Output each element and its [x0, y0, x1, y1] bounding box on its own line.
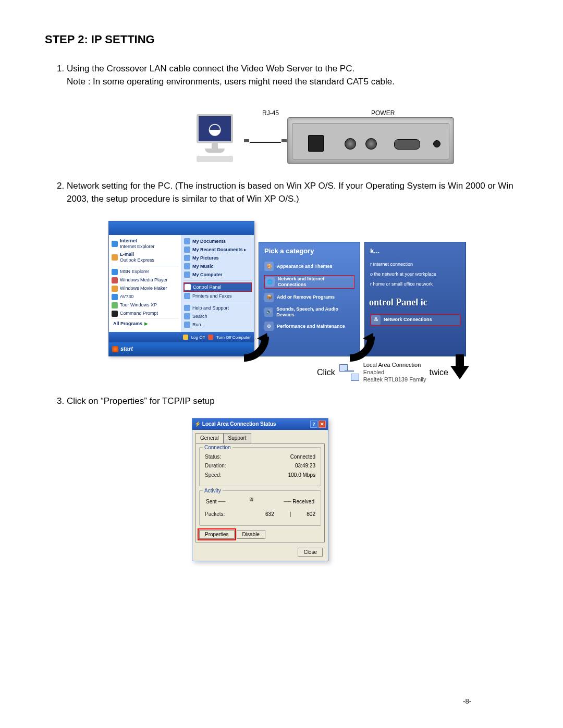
connection-group: Connection Status:Connected Duration:03:… [199, 447, 321, 487]
sm-email[interactable]: E-mailOutlook Express [111, 251, 179, 264]
step1-note: Note : In some operating environments, u… [67, 77, 395, 87]
start-menu: InternetInternet Explorer E-mailOutlook … [108, 221, 254, 356]
start-button[interactable]: start [109, 342, 254, 356]
sm-cmd[interactable]: Command Prompt [111, 310, 179, 318]
close-button[interactable]: ✕ [319, 421, 326, 428]
help-button[interactable]: ? [310, 421, 317, 428]
click-label: Click [317, 366, 335, 378]
status-label: Status: [205, 453, 221, 461]
sm-computer[interactable]: My Computer [183, 270, 252, 279]
cat-performance[interactable]: ⚙Performance and Maintenance [264, 322, 354, 331]
step-1: Using the Crossover LAN cable connect th… [67, 63, 521, 164]
sm-printers[interactable]: Printers and Faxes [183, 292, 252, 300]
packets-received: 802 [307, 511, 315, 519]
sm-av730[interactable]: AV730 [111, 293, 179, 301]
flow-arrow-icon [244, 337, 269, 362]
folder-icon [184, 263, 190, 269]
pick-category-title: Pick a category [264, 246, 357, 256]
control-panel-categories: Pick a category 🎨Appearance and Themes 🌐… [259, 242, 360, 356]
lan-connection-icon[interactable] [338, 363, 360, 382]
cat-sounds[interactable]: 🔊Sounds, Speech, and Audio Devices [264, 306, 354, 318]
computer-icon [184, 272, 190, 278]
twice-label: twice [430, 366, 448, 378]
cat-add-remove[interactable]: 📦Add or Remove Programs [264, 293, 354, 302]
packets-label: Packets: [205, 511, 225, 519]
sm-msn[interactable]: MSN Explorer [111, 268, 179, 276]
speed-value: 100.0 Mbps [288, 472, 315, 479]
tab-general[interactable]: General [195, 433, 224, 443]
close-dialog-button[interactable]: Close [298, 548, 323, 557]
bnc-port-icon [345, 138, 356, 150]
folder-icon [184, 238, 190, 244]
sm-pictures[interactable]: My Pictures [183, 254, 252, 262]
sent-label: Sent ── [206, 498, 226, 506]
sm-help[interactable]: Help and Support [183, 304, 252, 312]
pc-icon: ◒ [191, 114, 238, 159]
dialog-titlebar: ⚡ Local Area Connection Status ? ✕ [192, 418, 328, 430]
sm-all-programs[interactable]: All Programs▶ [111, 318, 179, 329]
movie-maker-icon [112, 286, 118, 292]
speaker-icon: 🔊 [264, 307, 273, 317]
power-port-icon [433, 140, 440, 147]
globe-icon: 🌐 [265, 277, 275, 287]
page-heading: STEP 2: IP SETTING [45, 31, 521, 48]
steps-list: Using the Crossover LAN cable connect th… [52, 63, 521, 561]
page-number: -8- [463, 697, 471, 707]
sm-wmp[interactable]: Windows Media Player [111, 276, 179, 285]
step2-text: Network setting for the PC. (The instruc… [67, 181, 513, 204]
cat-network[interactable]: 🌐Network and Internet Connections [264, 275, 354, 289]
app-icon [112, 294, 118, 300]
sm-internet[interactable]: InternetInternet Explorer [111, 237, 179, 251]
cable-plug-icon [244, 139, 249, 142]
folder-icon [184, 246, 190, 253]
control-panel-icon [185, 284, 191, 290]
duration-value: 03:49:23 [295, 462, 315, 470]
activity-group: Activity Sent ── 🖥 ── Received Packets: … [199, 490, 321, 526]
theme-icon: 🎨 [264, 262, 274, 271]
sm-search[interactable]: Search [183, 312, 252, 320]
box-icon: 📦 [264, 293, 274, 302]
tab-support[interactable]: Support [224, 433, 251, 443]
rj45-port-icon [308, 135, 324, 152]
task-home[interactable]: r home or small office network [370, 281, 460, 287]
bnc-port-icon [365, 138, 377, 150]
sm-control-panel[interactable]: Control Panel [183, 282, 252, 292]
logoff-icon[interactable] [183, 335, 188, 340]
search-icon [184, 313, 190, 319]
pick-task-title: k... [370, 246, 462, 256]
properties-button[interactable]: Properties [199, 530, 235, 539]
network-connections-link[interactable]: 🖧Network Connections [370, 314, 460, 326]
lac-text: Local Area Connection Enabled Realtek RT… [363, 362, 426, 383]
lac-click-instruction: Click Local Area Connection Enabled Real… [317, 362, 521, 383]
sm-documents[interactable]: My Documents [183, 237, 252, 245]
sm-recent[interactable]: My Recent Documents ▸ [183, 245, 252, 254]
ie-icon [112, 241, 118, 247]
cable-plug-icon [282, 139, 287, 142]
monitor-screen-icon: ◒ [197, 114, 233, 143]
msn-icon [112, 269, 118, 275]
sm-run[interactable]: Run... [183, 320, 252, 329]
down-arrow-icon [450, 354, 469, 379]
network-tasks-panel: k... r Internet connection o the network… [364, 242, 466, 356]
video-web-server-device [287, 117, 454, 164]
logoff-label[interactable]: Log Off [191, 335, 205, 341]
cat-appearance[interactable]: 🎨Appearance and Themes [264, 262, 354, 271]
mail-icon [112, 254, 118, 261]
step3-text: Click on “Properties” for TCP/IP setup [67, 396, 215, 406]
shutdown-icon[interactable] [208, 335, 213, 340]
sm-wmm[interactable]: Windows Movie Maker [111, 285, 179, 293]
sm-music[interactable]: My Music [183, 262, 252, 270]
disable-button[interactable]: Disable [237, 530, 265, 539]
help-icon [184, 305, 190, 311]
sm-tour[interactable]: Tour Windows XP [111, 301, 179, 310]
connection-diagram: ◒ RJ-45 POWER [124, 109, 521, 164]
task-internet[interactable]: r Internet connection [370, 262, 460, 267]
rj45-label: RJ-45 [262, 109, 279, 118]
cp-icon-title: ontrol Panel ic [369, 295, 461, 309]
task-workplace[interactable]: o the network at your workplace [370, 272, 460, 277]
network-icon: 🖧 [371, 315, 381, 325]
step1-line1: Using the Crossover LAN cable connect th… [67, 64, 354, 73]
xp-navigation-figure: InternetInternet Explorer E-mailOutlook … [108, 221, 521, 356]
speed-label: Speed: [205, 472, 222, 479]
media-player-icon [112, 277, 118, 283]
